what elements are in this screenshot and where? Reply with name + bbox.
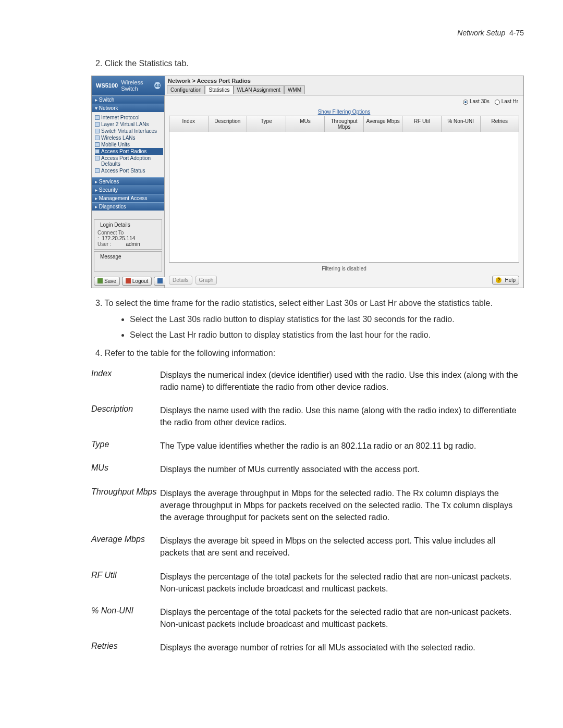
col-index[interactable]: Index [169, 116, 209, 132]
main-panel: Last 30s Last Hr Show Filtering Options … [165, 95, 523, 287]
logout-icon [126, 278, 131, 283]
col-throughput[interactable]: Throughput Mbps [325, 116, 364, 132]
nav-network[interactable]: Network [92, 104, 164, 112]
col-nonuni[interactable]: % Non-UNI [442, 116, 481, 132]
header-section: Network Setup [457, 29, 505, 37]
def-term: Description [91, 404, 160, 414]
refresh-icon [157, 278, 163, 283]
sidebar: Switch Network Internet Protocol Layer 2… [92, 95, 165, 287]
def-term: Throughput Mbps [91, 487, 160, 497]
bullet-last30: Select the Last 30s radio button to disp… [130, 313, 524, 326]
login-details: Login Details Connect To : 172.20.25.114… [94, 219, 162, 250]
def-desc: Displays the name used with the radio. U… [160, 404, 524, 428]
filter-status: Filtering is disabled [165, 263, 523, 273]
graph-button[interactable]: Graph [195, 276, 217, 285]
tree-icon [95, 168, 100, 173]
def-term: Average Mbps [91, 535, 160, 544]
step-2: Click the Statistics tab. [91, 58, 524, 69]
brand-badge-icon: 44 [154, 82, 161, 89]
tree-icon [95, 142, 100, 147]
tab-wlan-assignment[interactable]: WLAN Assignment [234, 85, 284, 94]
tab-configuration[interactable]: Configuration [167, 85, 205, 94]
app-brand: WS5100 Wireless Switch 44 [92, 76, 165, 95]
breadcrumb: Network > Access Port Radios [165, 76, 523, 84]
tree-access-port-radios[interactable]: Access Port Radios [95, 148, 163, 155]
tree-ap-adoption[interactable]: Access Port Adoption Defaults [95, 155, 163, 167]
def-desc: Displays the numerical index (device ide… [160, 369, 524, 393]
tree-ap-status[interactable]: Access Port Status [95, 167, 163, 174]
tree-svi[interactable]: Switch Virtual Interfaces [95, 128, 163, 134]
def-desc: Displays the average bit speed in Mbps o… [160, 535, 524, 559]
nav-security[interactable]: Security [92, 186, 164, 194]
screenshot: WS5100 Wireless Switch 44 Network > Acce… [91, 76, 524, 288]
def-desc: Displays the average throughput in Mbps … [160, 487, 524, 524]
tree-icon [95, 122, 100, 127]
help-button[interactable]: ?Help [492, 276, 519, 285]
col-avg[interactable]: Average Mbps [364, 116, 403, 132]
radio-last30s[interactable]: Last 30s [463, 98, 489, 104]
tree-icon [95, 129, 100, 133]
tab-statistics[interactable]: Statistics [205, 85, 233, 94]
tree-icon [95, 135, 100, 140]
definition-list: IndexDisplays the numerical index (devic… [91, 369, 524, 654]
tree-icon [95, 115, 100, 120]
page-header: Network Setup 4-75 [91, 29, 524, 37]
def-desc: Displays the percentage of the total pac… [160, 606, 524, 630]
def-term: Type [91, 440, 160, 449]
header-pagenum: 4-75 [509, 29, 524, 37]
tree-wlans[interactable]: Wireless LANs [95, 134, 163, 141]
def-desc: Displays the number of MUs currently ass… [160, 463, 524, 475]
def-term: % Non-UNI [91, 606, 160, 615]
nav-services[interactable]: Services [92, 177, 164, 186]
radio-icon [463, 100, 468, 105]
def-desc: Displays the average number of retries f… [160, 641, 524, 653]
def-desc: The Type value identifies whether the ra… [160, 440, 524, 452]
tree-mobile-units[interactable]: Mobile Units [95, 141, 163, 148]
stats-table: Index Description Type MUs Throughput Mb… [169, 116, 519, 263]
tree-l2-vlans[interactable]: Layer 2 Virtual LANs [95, 121, 163, 128]
save-button[interactable]: Save [94, 277, 120, 286]
bullet-lasthr: Select the Last Hr radio button to displ… [130, 329, 524, 341]
help-icon: ? [496, 277, 501, 283]
radio-icon [495, 100, 500, 105]
nav-mgmt[interactable]: Management Access [92, 194, 164, 202]
def-desc: Displays the percentage of the total pac… [160, 571, 524, 595]
col-mus[interactable]: MUs [286, 116, 325, 132]
save-icon [97, 278, 103, 283]
table-body-empty [169, 132, 519, 262]
details-button[interactable]: Details [169, 276, 192, 285]
col-description[interactable]: Description [209, 116, 248, 132]
tab-bar: Configuration Statistics WLAN Assignment… [165, 84, 523, 94]
show-filtering-link[interactable]: Show Filtering Options [165, 109, 523, 115]
col-type[interactable]: Type [247, 116, 286, 132]
message-box: Message [94, 251, 162, 272]
tree-internet-protocol[interactable]: Internet Protocol [95, 114, 163, 121]
tab-wmm[interactable]: WMM [284, 85, 305, 94]
tree-icon [95, 156, 100, 161]
def-term: Index [91, 369, 160, 378]
tree-icon [95, 149, 100, 154]
def-term: MUs [91, 463, 160, 473]
def-term: RF Util [91, 571, 160, 580]
step-4: Refer to the table for the following inf… [91, 348, 524, 359]
def-term: Retries [91, 641, 160, 651]
col-retries[interactable]: Retries [481, 116, 519, 132]
step-3: To select the time frame for the radio s… [91, 298, 524, 341]
radio-lasthr[interactable]: Last Hr [495, 98, 518, 104]
nav-tree: Internet Protocol Layer 2 Virtual LANs S… [92, 112, 164, 177]
logout-button[interactable]: Logout [122, 277, 152, 286]
nav-diag[interactable]: Diagnostics [92, 202, 164, 211]
col-rfutil[interactable]: RF Util [402, 116, 442, 132]
nav-switch[interactable]: Switch [92, 95, 164, 104]
